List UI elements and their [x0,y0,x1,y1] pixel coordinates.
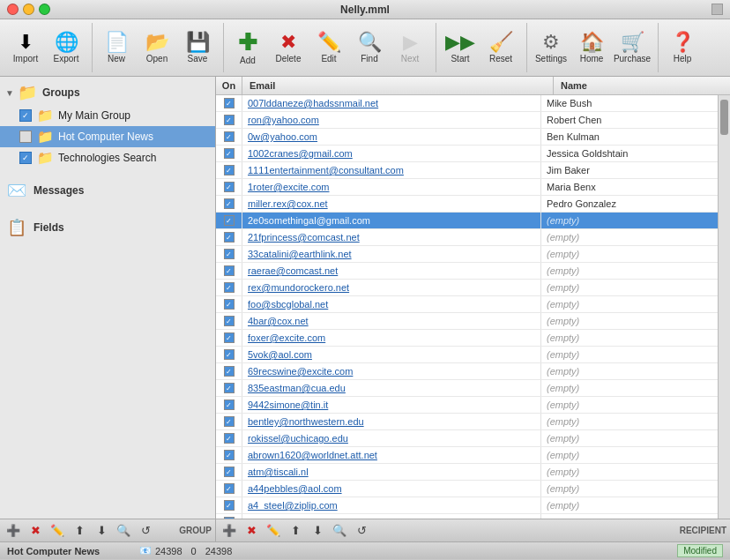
add-recipient-button[interactable]: ➕ [220,521,239,541]
row-checkbox[interactable] [224,316,235,326]
row-checkbox[interactable] [224,215,235,226]
edit-button[interactable]: ✏️ Edit [309,23,349,72]
row-checkbox[interactable] [224,399,235,410]
cell-on[interactable] [216,162,242,178]
refresh-recipient-button[interactable]: ↺ [352,521,371,541]
table-row[interactable]: abrown1620@worldnet.att.net(empty) [216,447,718,464]
table-row[interactable]: miller.rex@cox.netPedro Gonzalez [216,196,718,213]
sidebar-groups-header[interactable]: ▼ 📁 Groups [0,80,215,105]
settings-button[interactable]: ⚙ Settings [531,23,571,72]
row-checkbox[interactable] [224,282,235,293]
row-checkbox[interactable] [224,332,235,343]
new-button[interactable]: 📄 New [96,23,137,72]
home-button[interactable]: 🏠 Home [571,23,612,72]
traffic-lights[interactable] [7,4,50,15]
cell-on[interactable] [216,280,242,295]
table-row[interactable]: 0w@yahoo.comBen Kulman [216,129,718,146]
cell-on[interactable] [216,179,242,195]
table-row[interactable]: atm@tiscali.nl(empty) [216,464,718,481]
remove-recipient-button[interactable]: ✖ [242,521,261,541]
row-checkbox[interactable] [224,115,235,125]
cell-on[interactable] [216,196,242,212]
move-up-button[interactable]: ⬆ [70,521,89,541]
scrollbar[interactable] [718,95,730,519]
row-checkbox[interactable] [224,265,235,276]
maximize-button[interactable] [39,4,50,15]
start-button[interactable]: ▶▶ Start [440,23,480,72]
help-button[interactable]: ❓ Help [662,23,703,72]
col-email[interactable]: Email [242,77,554,94]
import-button[interactable]: ⬇ Import [5,23,46,72]
hot-computer-news-checkbox[interactable] [19,131,32,143]
row-checkbox[interactable] [224,299,235,310]
technologies-search-checkbox[interactable] [19,152,32,164]
row-checkbox[interactable] [224,198,235,209]
purchase-button[interactable]: 🛒 Purchase [612,23,652,72]
row-checkbox[interactable] [224,349,235,360]
search-group-button[interactable]: 🔍 [114,521,133,541]
edit-recipient-button[interactable]: ✏️ [264,521,283,541]
sidebar-item-messages[interactable]: ✉️ Messages [0,177,215,204]
row-checkbox[interactable] [224,500,235,511]
add-button[interactable]: ✚ Add [227,23,268,72]
sidebar-item-fields[interactable]: 📋 Fields [0,214,215,241]
cell-on[interactable] [216,430,242,446]
table-row[interactable]: 007lddaneze@hadssnmail.netMike Bush [216,95,718,112]
table-row[interactable]: rokissel@uchicago.edu(empty) [216,430,718,447]
table-row[interactable]: 4bar@cox.net(empty) [216,313,718,330]
my-main-group-checkbox[interactable] [19,109,32,122]
next-button[interactable]: ▶ Next [390,23,430,72]
remove-group-button[interactable]: ✖ [26,521,45,541]
table-row[interactable]: 2e0somethingal@gmail.com(empty) [216,213,718,229]
table-row[interactable]: 33catalini@earthlink.net(empty) [216,246,718,263]
row-checkbox[interactable] [224,433,235,444]
table-row[interactable]: bentley@northwestern.edu(empty) [216,414,718,430]
cell-on[interactable] [216,414,242,429]
cell-on[interactable] [216,497,242,513]
row-checkbox[interactable] [224,232,235,243]
row-checkbox[interactable] [224,383,235,393]
table-row[interactable]: a4_steel@ziplip.com(empty) [216,497,718,514]
table-row[interactable]: raerae@comcast.net(empty) [216,263,718,280]
row-checkbox[interactable] [224,182,235,192]
col-name[interactable]: Name [554,77,730,94]
export-button[interactable]: 🌐 Export [46,23,86,72]
window-resize-button[interactable] [711,4,723,15]
row-checkbox[interactable] [224,131,235,142]
cell-on[interactable] [216,313,242,329]
row-checkbox[interactable] [224,249,235,259]
table-row[interactable]: 1111entertainment@consultant.comJim Bake… [216,162,718,179]
move-recipient-down-button[interactable]: ⬇ [308,521,327,541]
table-row[interactable]: foxer@excite.com(empty) [216,330,718,347]
cell-on[interactable] [216,263,242,279]
table-body[interactable]: 007lddaneze@hadssnmail.netMike Bushron@y… [216,95,718,519]
table-row[interactable]: rex@mundorockero.net(empty) [216,280,718,296]
table-row[interactable]: 1002cranes@gmail.comJessica Goldshtain [216,146,718,162]
cell-on[interactable] [216,229,242,245]
cell-on[interactable] [216,447,242,463]
cell-on[interactable] [216,380,242,396]
close-button[interactable] [7,4,19,15]
add-group-button[interactable]: ➕ [4,521,23,541]
cell-on[interactable] [216,330,242,346]
cell-on[interactable] [216,363,242,379]
table-row[interactable]: 69recswine@excite.com(empty) [216,363,718,380]
cell-on[interactable] [216,213,242,228]
open-button[interactable]: 📂 Open [137,23,177,72]
table-row[interactable]: 21fprincess@comcast.net(empty) [216,229,718,246]
cell-on[interactable] [216,397,242,413]
cell-on[interactable] [216,481,242,497]
row-checkbox[interactable] [224,366,235,377]
cell-on[interactable] [216,296,242,312]
move-down-button[interactable]: ⬇ [92,521,111,541]
table-row[interactable]: 5vok@aol.com(empty) [216,347,718,363]
move-recipient-up-button[interactable]: ⬆ [286,521,305,541]
row-checkbox[interactable] [224,467,235,477]
find-button[interactable]: 🔍 Find [349,23,390,72]
row-checkbox[interactable] [224,165,235,175]
edit-group-button[interactable]: ✏️ [48,521,67,541]
cell-on[interactable] [216,146,242,161]
refresh-group-button[interactable]: ↺ [136,521,155,541]
cell-on[interactable] [216,112,242,128]
table-row[interactable]: 1roter@excite.comMaria Benx [216,179,718,196]
